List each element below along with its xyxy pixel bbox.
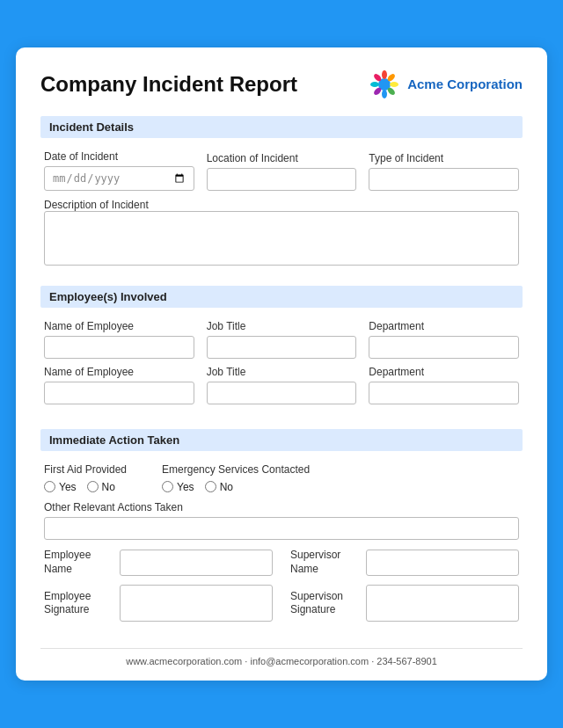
emp1-job-group: Job Title	[207, 320, 357, 359]
emergency-no-label: No	[220, 481, 233, 493]
action-section: Immediate Action Taken First Aid Provide…	[40, 429, 523, 636]
acme-logo-icon	[369, 69, 400, 100]
emp2-dept-input[interactable]	[369, 382, 519, 404]
logo-text: Acme Corporation	[407, 76, 523, 91]
svg-point-9	[379, 79, 390, 90]
incident-details-section: Incident Details Date of Incident Locati…	[40, 116, 523, 273]
emp1-name-input[interactable]	[44, 336, 194, 359]
emp2-job-input[interactable]	[207, 382, 357, 404]
emergency-yes: Yes	[162, 481, 194, 493]
sup-sig-box[interactable]	[366, 585, 519, 622]
emergency-label: Emergency Services Contacted	[162, 463, 310, 476]
date-input[interactable]	[44, 166, 194, 191]
date-label: Date of Incident	[44, 150, 194, 163]
type-input[interactable]	[369, 168, 519, 191]
incident-details-content: Date of Incident Location of Incident Ty…	[40, 147, 523, 273]
other-actions-group: Other Relevant Actions Taken	[44, 500, 519, 540]
employees-section: Employee(s) Involved Name of Employee Jo…	[40, 286, 523, 417]
incident-top-row: Date of Incident Location of Incident Ty…	[44, 150, 519, 191]
first-aid-no: No	[87, 481, 115, 493]
emp1-dept-group: Department	[369, 320, 519, 359]
employee-row-1: Name of Employee Job Title Department	[44, 320, 519, 359]
emp2-name-label: Name of Employee	[44, 366, 194, 378]
sup-name-input-wrap	[366, 550, 519, 576]
emp-sig-box-wrap	[120, 585, 273, 622]
logo-area: Acme Corporation	[369, 69, 523, 100]
emergency-yes-radio[interactable]	[162, 481, 173, 492]
incident-details-header: Incident Details	[40, 116, 523, 138]
emergency-no: No	[205, 481, 233, 493]
emp1-job-label: Job Title	[207, 320, 357, 332]
svg-point-5	[382, 90, 387, 98]
location-label: Location of Incident	[207, 152, 357, 164]
emp2-dept-label: Department	[369, 366, 519, 378]
first-aid-yes: Yes	[44, 481, 77, 493]
other-actions-input[interactable]	[44, 517, 519, 540]
emp2-dept-group: Department	[369, 366, 519, 404]
emp1-dept-label: Department	[369, 320, 519, 332]
footer-text: www.acmecorporation.com · info@acmecorpo…	[126, 656, 437, 666]
first-aid-options: Yes No	[44, 481, 127, 493]
first-aid-label: First Aid Provided	[44, 463, 127, 476]
svg-point-3	[390, 82, 398, 87]
action-header: Immediate Action Taken	[40, 429, 523, 451]
type-label: Type of Incident	[369, 152, 519, 164]
first-aid-yes-radio[interactable]	[44, 481, 55, 492]
emp1-name-label: Name of Employee	[44, 320, 194, 332]
emp-name-input-wrap	[120, 550, 273, 576]
svg-point-7	[370, 82, 379, 87]
first-aid-block: First Aid Provided Yes No	[44, 463, 127, 493]
action-content: First Aid Provided Yes No Emergency Serv	[40, 460, 523, 636]
first-aid-no-label: No	[102, 481, 115, 493]
sup-name-sig-label: Supervisor Name	[290, 549, 348, 576]
emp1-job-input[interactable]	[207, 336, 357, 359]
emp-sig-row: Employee Signature Supervison Signature	[44, 585, 519, 622]
location-input[interactable]	[207, 168, 357, 191]
emp2-job-label: Job Title	[207, 366, 357, 378]
employees-content: Name of Employee Job Title Department Na…	[40, 317, 523, 417]
description-label: Description of Incident	[44, 199, 149, 211]
emergency-yes-label: Yes	[177, 481, 194, 493]
page-footer: www.acmecorporation.com · info@acmecorpo…	[40, 648, 523, 666]
emp-sig-box[interactable]	[120, 585, 273, 622]
report-page: Company Incident Report Acme Corporation	[16, 47, 547, 681]
first-aid-no-radio[interactable]	[87, 481, 99, 492]
sup-name-sig-input[interactable]	[366, 550, 519, 576]
emp-name-sig-row: Employee Name Supervisor Name	[44, 549, 519, 576]
radio-section: First Aid Provided Yes No Emergency Serv	[44, 463, 519, 493]
svg-point-1	[382, 70, 387, 79]
employee-row-2: Name of Employee Job Title Department	[44, 366, 519, 404]
employees-header: Employee(s) Involved	[40, 286, 523, 308]
emp2-name-group: Name of Employee	[44, 366, 194, 404]
emp1-dept-input[interactable]	[369, 336, 519, 359]
emp1-name-group: Name of Employee	[44, 320, 194, 359]
sup-sig-label: Supervison Signature	[290, 590, 348, 617]
description-textarea[interactable]	[44, 211, 519, 266]
emp2-job-group: Job Title	[207, 366, 357, 404]
date-field-group: Date of Incident	[44, 150, 194, 191]
type-field-group: Type of Incident	[369, 152, 519, 191]
sup-sig-box-wrap	[366, 585, 519, 622]
emp-name-sig-input[interactable]	[120, 550, 273, 576]
first-aid-yes-label: Yes	[59, 481, 77, 493]
emp2-name-input[interactable]	[44, 382, 194, 404]
emp-sig-label: Employee Signature	[44, 590, 102, 617]
description-field-group: Description of Incident	[44, 198, 519, 268]
page-title: Company Incident Report	[40, 73, 297, 96]
page-header: Company Incident Report Acme Corporation	[40, 69, 523, 100]
emergency-block: Emergency Services Contacted Yes No	[162, 463, 310, 493]
location-field-group: Location of Incident	[207, 152, 357, 191]
emergency-options: Yes No	[162, 481, 310, 493]
other-actions-label: Other Relevant Actions Taken	[44, 501, 183, 513]
emp-name-sig-label: Employee Name	[44, 549, 102, 576]
emergency-no-radio[interactable]	[205, 481, 216, 492]
